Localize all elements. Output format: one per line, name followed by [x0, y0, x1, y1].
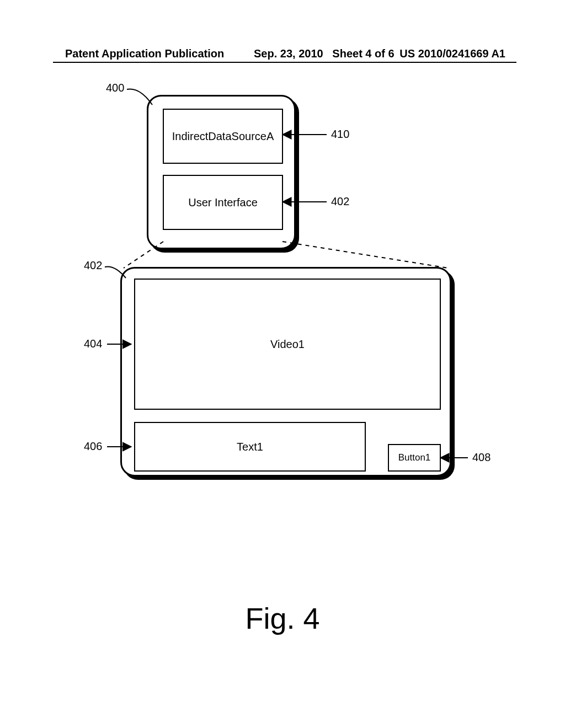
- ref-406: 406: [84, 440, 102, 453]
- user-interface-box: User Interface: [163, 175, 283, 230]
- header-rule: [53, 62, 516, 63]
- bottom-panel: Video1 Text1 Button1: [120, 267, 451, 477]
- svg-line-6: [282, 242, 448, 268]
- ref-400: 400: [106, 82, 124, 94]
- top-panel: IndirectDataSourceA User Interface: [147, 95, 296, 249]
- text1-label: Text1: [237, 441, 263, 453]
- ref-410: 410: [331, 128, 349, 141]
- user-interface-label: User Interface: [188, 196, 258, 209]
- header-left: Patent Application Publication: [65, 47, 224, 60]
- patent-figure-page: { "header": { "left": "Patent Applicatio…: [0, 0, 565, 728]
- video1-label: Video1: [270, 338, 305, 351]
- button1-label: Button1: [398, 452, 431, 463]
- text1-box: Text1: [134, 422, 366, 472]
- ref-408: 408: [472, 451, 491, 464]
- figure-caption: Fig. 4: [0, 601, 565, 635]
- indirect-data-source-box: IndirectDataSourceA: [163, 109, 283, 164]
- header-right: US 2010/0241669 A1: [399, 47, 505, 60]
- header-date: Sep. 23, 2010 Sheet 4 of 6: [254, 47, 395, 60]
- ref-402a: 402: [331, 195, 349, 208]
- indirect-data-source-label: IndirectDataSourceA: [172, 130, 274, 143]
- button1-box: Button1: [388, 444, 441, 472]
- ref-402b: 402: [84, 259, 102, 272]
- ref-404: 404: [84, 338, 102, 350]
- video1-box: Video1: [134, 279, 441, 410]
